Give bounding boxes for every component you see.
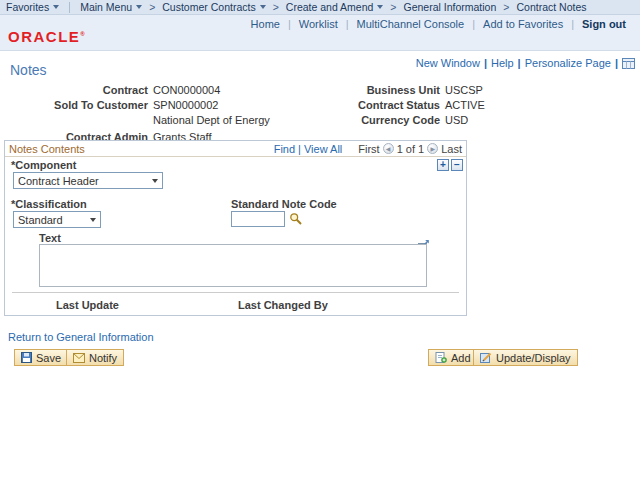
row-actions: + − — [437, 159, 463, 171]
sold-to-customer-label: Sold To Customer — [20, 99, 148, 111]
add-button-label: Add — [451, 352, 471, 364]
home-link[interactable]: Home — [243, 18, 288, 30]
breadcrumb-divider — [69, 2, 70, 13]
select-arrow-icon — [90, 218, 96, 222]
pager-last-label: Last — [441, 143, 462, 155]
breadcrumb-label: Contract Notes — [516, 1, 586, 13]
breadcrumb-item-customer-contracts[interactable]: Customer Contracts — [156, 1, 271, 13]
last-changed-by-label: Last Changed By — [238, 299, 328, 311]
lookup-icon[interactable] — [289, 212, 303, 226]
chevron-down-icon — [377, 5, 383, 9]
help-link[interactable]: Help — [491, 57, 514, 69]
find-link[interactable]: Find — [274, 143, 295, 155]
breadcrumb-label: Create and Amend — [286, 1, 374, 13]
pager-first-label: First — [358, 143, 379, 155]
notify-button[interactable]: Notify — [66, 349, 124, 366]
sold-to-customer-value: SPN0000002 — [153, 99, 218, 111]
worklist-link[interactable]: Worklist — [291, 18, 346, 30]
http-copy-url-icon[interactable] — [622, 58, 635, 69]
row-pager: First ◀ 1 of 1 ▶ Last — [358, 143, 462, 155]
currency-code-value: USD — [445, 114, 468, 126]
application-window: Favorites Main Menu > Customer Contracts… — [0, 0, 640, 480]
page-utility-links: New Window | Help | Personalize Page | — [416, 57, 635, 69]
breadcrumb-item-general-information[interactable]: General Information — [398, 1, 503, 13]
contract-status-label: Contract Status — [280, 99, 440, 111]
previous-row-icon[interactable]: ◀ — [383, 143, 394, 154]
view-all-link[interactable]: View All — [304, 143, 342, 155]
main-menu-label: Main Menu — [80, 1, 132, 13]
classification-selected-value: Standard — [18, 214, 63, 226]
notes-contents-title: Notes Contents — [9, 143, 85, 155]
add-to-favorites-link[interactable]: Add to Favorites — [475, 18, 571, 30]
breadcrumb-separator: > — [272, 1, 280, 13]
notes-contents-header: Notes Contents Find | View All First ◀ 1… — [5, 141, 466, 157]
save-button[interactable]: Save — [14, 349, 68, 366]
business-unit-value: USCSP — [445, 84, 483, 96]
breadcrumb-label: Customer Contracts — [162, 1, 255, 13]
notify-icon — [73, 353, 85, 363]
banner: Home | Worklist | MultiChannel Console |… — [0, 15, 640, 51]
update-display-button[interactable]: Update/Display — [473, 349, 578, 366]
contract-value: CON0000004 — [153, 84, 220, 96]
multichannel-console-link[interactable]: MultiChannel Console — [349, 18, 473, 30]
chevron-down-icon — [53, 5, 59, 9]
page-title: Notes — [10, 62, 47, 78]
save-button-label: Save — [36, 352, 61, 364]
add-icon — [435, 352, 447, 363]
component-selected-value: Contract Header — [18, 175, 99, 187]
notify-button-label: Notify — [89, 352, 117, 364]
new-window-link[interactable]: New Window — [416, 57, 480, 69]
chevron-down-icon — [136, 5, 142, 9]
next-row-icon[interactable]: ▶ — [427, 143, 438, 154]
notes-contents-groupbox: Notes Contents Find | View All First ◀ 1… — [4, 140, 467, 316]
return-to-general-information-link[interactable]: Return to General Information — [8, 331, 154, 343]
component-select[interactable]: Contract Header — [13, 172, 163, 189]
link-separator: | — [615, 57, 618, 69]
delete-row-icon[interactable]: − — [451, 159, 463, 171]
select-arrow-icon — [152, 179, 158, 183]
groupbox-nav: Find | View All First ◀ 1 of 1 ▶ Last — [274, 143, 462, 155]
contract-label: Contract — [20, 84, 148, 96]
text-label: Text — [39, 232, 61, 244]
trademark-mark: ® — [80, 31, 84, 37]
add-button[interactable]: Add — [428, 349, 478, 366]
save-icon — [21, 352, 32, 363]
banner-links: Home | Worklist | MultiChannel Console |… — [243, 18, 634, 30]
main-menu[interactable]: Main Menu — [74, 1, 148, 13]
personalize-page-link[interactable]: Personalize Page — [525, 57, 611, 69]
business-unit-label: Business Unit — [280, 84, 440, 96]
favorites-menu[interactable]: Favorites — [0, 1, 65, 13]
link-separator: | — [518, 57, 521, 69]
component-label: *Component — [11, 159, 76, 171]
link-separator: | — [295, 143, 304, 155]
breadcrumb: Favorites Main Menu > Customer Contracts… — [0, 0, 640, 15]
breadcrumb-separator: > — [502, 1, 510, 13]
breadcrumb-item-create-and-amend[interactable]: Create and Amend — [280, 1, 390, 13]
breadcrumb-separator: > — [389, 1, 397, 13]
currency-code-label: Currency Code — [280, 114, 440, 126]
pager-position: 1 of 1 — [397, 143, 425, 155]
oracle-logo: ORACLE® — [8, 28, 85, 45]
classification-label: *Classification — [11, 198, 87, 210]
breadcrumb-separator: > — [148, 1, 156, 13]
breadcrumb-label: General Information — [404, 1, 497, 13]
customer-name-value: National Dept of Energy — [153, 114, 270, 126]
standard-note-code-label: Standard Note Code — [231, 198, 337, 210]
chevron-down-icon — [260, 5, 266, 9]
link-separator: | — [484, 57, 487, 69]
breadcrumb-item-contract-notes: Contract Notes — [510, 1, 592, 13]
favorites-label: Favorites — [6, 1, 49, 13]
add-row-icon[interactable]: + — [437, 159, 449, 171]
contract-status-value: ACTIVE — [445, 99, 485, 111]
sign-out-link[interactable]: Sign out — [574, 18, 634, 30]
standard-note-code-input[interactable] — [231, 211, 285, 227]
classification-select[interactable]: Standard — [13, 211, 101, 228]
update-display-button-label: Update/Display — [496, 352, 571, 364]
note-text-textarea[interactable] — [39, 244, 427, 287]
last-update-label: Last Update — [56, 299, 119, 311]
groupbox-divider — [12, 292, 459, 293]
update-display-icon — [480, 352, 492, 363]
